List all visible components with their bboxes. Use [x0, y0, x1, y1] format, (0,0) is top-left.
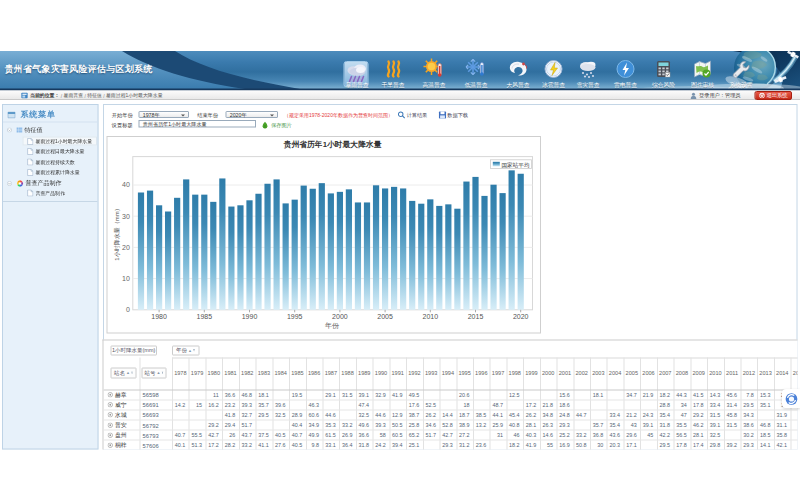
svg-text:2005: 2005: [377, 313, 393, 320]
svg-text:40: 40: [122, 181, 130, 188]
svg-text:30: 30: [122, 213, 130, 220]
svg-text:20: 20: [122, 244, 130, 251]
svg-text:0: 0: [126, 306, 130, 313]
svg-text:贵州省历年1小时最大降水量: 贵州省历年1小时最大降水量: [283, 140, 382, 149]
svg-text:2015: 2015: [468, 313, 484, 320]
svg-text:2010: 2010: [423, 313, 439, 320]
svg-text:10: 10: [122, 275, 130, 282]
svg-text:1995: 1995: [287, 313, 303, 320]
svg-text:1985: 1985: [197, 313, 213, 320]
svg-text:1小时降水量（mm）: 1小时降水量（mm）: [113, 205, 121, 260]
svg-text:1980: 1980: [151, 313, 167, 320]
svg-text:1990: 1990: [242, 313, 258, 320]
svg-text:国家站平均: 国家站平均: [502, 162, 530, 169]
svg-text:2020: 2020: [513, 313, 529, 320]
svg-text:2000: 2000: [332, 313, 348, 320]
svg-text:年份: 年份: [325, 322, 340, 330]
